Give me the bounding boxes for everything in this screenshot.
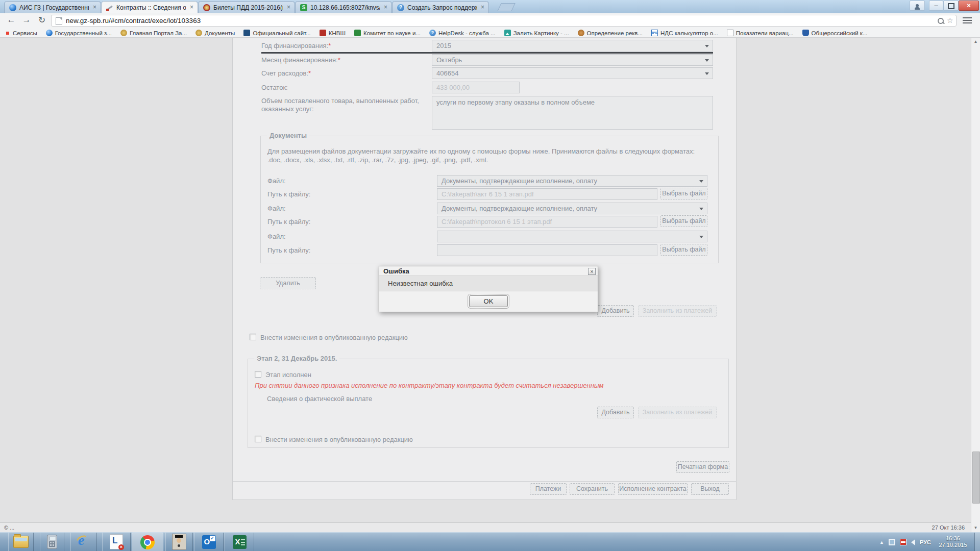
browser-window: АИС ГЗ | Государственны × Контракты :: С… <box>0 0 980 532</box>
menu-hamburger-icon[interactable] <box>963 17 972 24</box>
required-asterisk: * <box>338 56 340 64</box>
bookmark-servisy[interactable]: Сервисы <box>5 30 37 36</box>
browse-file-button-3[interactable]: Выбрать файл <box>660 244 707 256</box>
bookmark-knvsh[interactable]: КНВШ <box>320 30 346 36</box>
dialog-ok-button[interactable]: OK <box>469 295 508 307</box>
display-tray-icon[interactable] <box>889 539 895 545</box>
tab-close-icon[interactable]: × <box>91 4 99 11</box>
user-profile-button[interactable] <box>910 1 925 11</box>
bookmark-dokumenty[interactable]: Документы <box>195 30 235 36</box>
fill-from-payments-button-2: Заполнить из платежей <box>638 407 717 418</box>
chevron-down-icon <box>699 236 703 240</box>
bookmark-ofitsialnyi-sait[interactable]: Официальный сайт... <box>243 30 310 36</box>
tab-title: АИС ГЗ | Государственны <box>19 4 89 11</box>
page-favicon-icon <box>56 17 62 25</box>
new-tab-button[interactable] <box>497 3 515 11</box>
tab-contracts-active[interactable]: Контракты :: Сведения об × <box>101 1 198 13</box>
bookmark-helpdesk[interactable]: HelpDesk - служба ... <box>429 30 496 36</box>
close-button[interactable]: × <box>959 1 979 11</box>
language-indicator[interactable]: РУС <box>920 539 931 545</box>
tab-pdd[interactable]: Билеты ПДД 2015-2016(н × <box>198 1 295 13</box>
payments-button[interactable]: Платежи <box>530 483 567 495</box>
volume-textarea[interactable]: услуги по первому этапу оказаны в полном… <box>432 96 713 130</box>
amend-published-label-2: Внести изменения в опубликованную редакц… <box>265 436 413 443</box>
minimize-button[interactable]: – <box>929 1 943 11</box>
browser-toolbar: ← → ↻ new.gz-spb.ru/#cm/contract/exec/lo… <box>0 13 980 29</box>
add-payment-button-2[interactable]: Добавить <box>597 407 634 418</box>
tab-close-icon[interactable]: × <box>382 4 389 11</box>
chevron-down-icon <box>699 180 703 185</box>
bookmark-opredelenie-rekv[interactable]: Определение рекв... <box>578 30 643 36</box>
print-form-button[interactable]: Печатная форма <box>676 461 729 473</box>
taskbar-ie-button[interactable] <box>70 533 97 551</box>
bookmark-zalit-kartinku[interactable]: Залить Картинку - ... <box>504 30 569 36</box>
shield-icon <box>802 30 809 36</box>
tab-close-icon[interactable]: × <box>285 4 292 11</box>
amend-published-checkbox-2[interactable] <box>255 436 261 442</box>
bookmark-portal[interactable]: Главная Портал За... <box>120 30 187 36</box>
tab-close-icon[interactable]: × <box>479 4 486 11</box>
browse-file-button-2[interactable]: Выбрать файл <box>660 215 707 227</box>
bookmark-star-icon[interactable]: ☆ <box>947 16 953 24</box>
volume-label: Объем поставленного товара, выполненных … <box>261 97 427 113</box>
bookmark-label: Сервисы <box>13 30 37 36</box>
hidden-icons-chevron-icon[interactable]: ▲ <box>879 540 884 545</box>
taskbar-explorer-button[interactable] <box>8 533 34 551</box>
tab-ais-gz[interactable]: АИС ГЗ | Государственны × <box>4 1 101 13</box>
scrollbar-thumb[interactable] <box>972 452 980 504</box>
tab-intranet[interactable]: 10.128.66.165:8027/knvs/( × <box>295 1 392 13</box>
taskbar-excel-button[interactable] <box>225 533 254 551</box>
save-button[interactable]: Сохранить <box>570 483 615 495</box>
scroll-up-icon[interactable]: ▲ <box>971 38 980 46</box>
account-select[interactable]: 406654 <box>432 67 713 79</box>
bookmark-label: Комитет по науке и... <box>363 30 421 36</box>
file-type-select-2[interactable]: Документы, подтверждающие исполнение, оп… <box>437 203 707 214</box>
contract-execution-button[interactable]: Исполнение контракта <box>618 483 688 495</box>
bookmark-pokazateli[interactable]: Показатели вариац... <box>727 30 794 36</box>
flag-tray-icon[interactable] <box>900 539 906 545</box>
back-icon[interactable]: ← <box>5 15 17 25</box>
vertical-scrollbar[interactable]: ▲ ▼ <box>971 38 980 532</box>
url-text[interactable]: new.gz-spb.ru/#cm/contract/exec/lot/1033… <box>66 17 201 24</box>
bookmark-komitet-nauke[interactable]: Комитет по науке и... <box>354 30 421 36</box>
show-desktop-button[interactable] <box>974 533 980 551</box>
maximize-button[interactable] <box>943 1 959 11</box>
month-select[interactable]: Октябрь <box>432 54 713 66</box>
tab-helpdesk-request[interactable]: Создать Запрос поддерж × <box>392 1 489 13</box>
browser-titlebar: АИС ГЗ | Государственны × Контракты :: С… <box>0 0 980 13</box>
taskbar-photo-app-button[interactable] <box>165 533 193 551</box>
search-icon[interactable] <box>938 18 944 24</box>
tab-close-icon[interactable]: × <box>188 4 195 11</box>
taskbar-calculator-button[interactable] <box>40 533 64 551</box>
amend-published-checkbox[interactable] <box>250 334 256 340</box>
taskbar-outlook-button[interactable] <box>194 533 224 551</box>
add-payment-button[interactable]: Добавить <box>597 305 634 317</box>
forward-icon[interactable]: → <box>20 15 33 25</box>
bookmark-gos-zakaz[interactable]: Государственный з... <box>46 30 112 36</box>
reload-icon[interactable]: ↻ <box>36 15 48 26</box>
bookmark-obshcherossiyskiy[interactable]: Общероссийский к... <box>802 30 868 36</box>
delete-button[interactable]: Удалить <box>260 277 316 289</box>
year-label: Год финансирования:* <box>261 42 430 50</box>
year-select[interactable]: 2015 <box>432 40 713 52</box>
taskbar-clock[interactable]: 16:36 27.10.2015 <box>934 535 972 548</box>
orange-circle-icon <box>578 30 584 36</box>
tab-title: 10.128.66.165:8027/knvs/( <box>310 4 380 11</box>
bookmark-nds-kalkulyator[interactable]: НДС калькулятор о... <box>651 30 718 36</box>
speaker-tray-icon[interactable] <box>911 539 915 545</box>
file-type-select-3[interactable] <box>437 231 707 242</box>
scroll-down-icon[interactable]: ▼ <box>971 524 980 532</box>
stage-done-checkbox[interactable] <box>255 371 261 378</box>
internet-explorer-icon <box>76 534 91 549</box>
documents-hint: Для размещения файлов документации загру… <box>267 147 706 164</box>
dialog-close-icon[interactable]: × <box>588 268 596 275</box>
address-bar[interactable]: new.gz-spb.ru/#cm/contract/exec/lot/1033… <box>51 15 957 27</box>
exit-button[interactable]: Выход <box>691 483 729 495</box>
taskbar-chrome-button-active[interactable] <box>132 533 163 551</box>
chevron-down-icon <box>705 59 709 64</box>
browse-file-button-1[interactable]: Выбрать файл <box>660 188 707 199</box>
file-type-select-1[interactable]: Документы, подтверждающие исполнение, оп… <box>437 175 707 187</box>
year-value: 2015 <box>436 42 451 49</box>
tab-title: Создать Запрос поддерж <box>407 4 477 11</box>
taskbar-lotus-notes-button[interactable] <box>102 533 131 551</box>
